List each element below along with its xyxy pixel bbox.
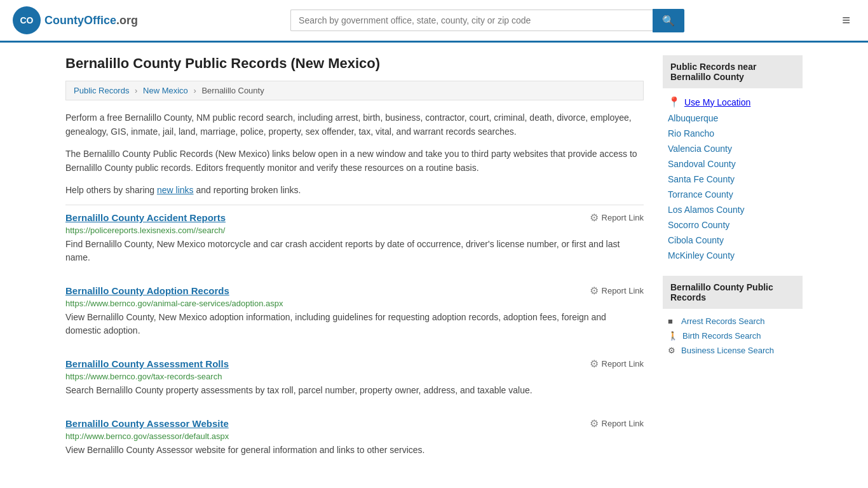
sidebar-record-link-1[interactable]: Birth Records Search xyxy=(682,331,761,341)
logo-suffix: .org xyxy=(116,14,138,27)
record-item: Bernalillo County Adoption Records ⚙ Rep… xyxy=(65,285,644,344)
sidebar-nearby-item: Albuquerque xyxy=(663,111,803,126)
record-header: Bernalillo County Assessor Website ⚙ Rep… xyxy=(65,417,644,430)
menu-button[interactable]: ≡ xyxy=(837,10,855,31)
sidebar-records-title: Bernalillo County Public Records xyxy=(663,276,803,309)
svg-text:CO: CO xyxy=(20,15,34,25)
sidebar-nearby-item: Los Alamos County xyxy=(663,202,803,217)
sidebar-nearby-item: Rio Rancho xyxy=(663,126,803,141)
record-title-1[interactable]: Bernalillo County Adoption Records xyxy=(65,285,229,296)
menu-icon: ≡ xyxy=(842,12,850,28)
content-divider xyxy=(65,205,644,205)
use-my-location[interactable]: 📍 Use My Location xyxy=(663,93,803,111)
location-icon: 📍 xyxy=(668,96,681,108)
record-desc-0: Find Bernalillo County, New Mexico motor… xyxy=(65,238,644,264)
nearby-links-list: AlbuquerqueRio RanchoValencia CountySand… xyxy=(663,111,803,263)
sidebar-nearby-link-1[interactable]: Rio Rancho xyxy=(668,128,714,139)
breadcrumb: Public Records › New Mexico › Bernalillo… xyxy=(65,81,644,100)
logo-icon: CO xyxy=(13,6,41,34)
sidebar-nearby-link-2[interactable]: Valencia County xyxy=(668,144,732,154)
record-desc-1: View Bernalillo County, New Mexico adopt… xyxy=(65,311,644,337)
record-header: Bernalillo County Assessment Rolls ⚙ Rep… xyxy=(65,358,644,370)
record-item: Bernalillo County Assessment Rolls ⚙ Rep… xyxy=(65,358,644,403)
sidebar-record-icon-1: 🚶 xyxy=(668,331,678,341)
breadcrumb-sep-2: › xyxy=(193,86,196,95)
report-link-button-3[interactable]: ⚙ Report Link xyxy=(590,417,644,430)
records-links-list: ■ Arrest Records Search 🚶 Birth Records … xyxy=(663,314,803,358)
sidebar-record-link-2[interactable]: Business License Search xyxy=(681,346,774,355)
sidebar-record-item: ■ Arrest Records Search xyxy=(663,314,803,329)
record-desc-2: Search Bernalillo County property assess… xyxy=(65,384,644,397)
record-title-2[interactable]: Bernalillo County Assessment Rolls xyxy=(65,358,229,369)
description-3: Help others by sharing new links and rep… xyxy=(65,183,644,197)
sidebar-nearby-link-5[interactable]: Torrance County xyxy=(668,189,733,200)
record-url-1[interactable]: https://www.bernco.gov/animal-care-servi… xyxy=(65,299,644,308)
report-label-0: Report Link xyxy=(602,213,644,222)
desc3-prefix: Help others by sharing xyxy=(65,185,157,195)
report-label-1: Report Link xyxy=(602,286,644,295)
sidebar-nearby-item: McKinley County xyxy=(663,248,803,263)
record-url-2[interactable]: https://www.bernco.gov/tax-records-searc… xyxy=(65,372,644,381)
report-icon-0: ⚙ xyxy=(590,212,599,224)
sidebar-record-icon-0: ■ xyxy=(668,316,677,326)
report-icon-2: ⚙ xyxy=(590,358,599,370)
records-container: Bernalillo County Accident Reports ⚙ Rep… xyxy=(65,212,644,463)
sidebar-nearby-item: Sandoval County xyxy=(663,156,803,172)
sidebar-nearby-link-9[interactable]: McKinley County xyxy=(668,250,735,261)
record-desc-3: View Bernalillo County Assessor website … xyxy=(65,444,644,457)
sidebar-record-item: ⚙ Business License Search xyxy=(663,343,803,358)
record-header: Bernalillo County Adoption Records ⚙ Rep… xyxy=(65,285,644,297)
breadcrumb-public-records[interactable]: Public Records xyxy=(74,86,129,95)
sidebar-nearby-link-3[interactable]: Sandoval County xyxy=(668,159,736,169)
logo-text: CountyOffice.org xyxy=(44,14,138,27)
sidebar: Public Records near Bernalillo County 📍 … xyxy=(663,55,803,477)
content-area: Bernalillo County Public Records (New Me… xyxy=(65,55,644,477)
sidebar-nearby-link-7[interactable]: Socorro County xyxy=(668,220,729,230)
sidebar-nearby-item: Socorro County xyxy=(663,217,803,233)
report-label-2: Report Link xyxy=(602,359,644,369)
sidebar-nearby-item: Cibola County xyxy=(663,233,803,248)
sidebar-nearby-link-8[interactable]: Cibola County xyxy=(668,235,724,245)
sidebar-nearby-link-4[interactable]: Santa Fe County xyxy=(668,174,735,184)
report-link-button-0[interactable]: ⚙ Report Link xyxy=(590,212,644,224)
sidebar-record-icon-2: ⚙ xyxy=(668,346,677,355)
description-2: The Bernalillo County Public Records (Ne… xyxy=(65,147,644,175)
logo-area: CO CountyOffice.org xyxy=(13,6,138,34)
use-my-location-link[interactable]: Use My Location xyxy=(684,97,750,107)
sidebar-nearby-title: Public Records near Bernalillo County xyxy=(663,55,803,88)
report-link-button-1[interactable]: ⚙ Report Link xyxy=(590,285,644,297)
new-links-link[interactable]: new links xyxy=(157,185,194,195)
header: CO CountyOffice.org 🔍 ≡ xyxy=(0,0,868,43)
sidebar-nearby-item: Santa Fe County xyxy=(663,172,803,187)
sidebar-record-link-0[interactable]: Arrest Records Search xyxy=(681,316,765,326)
description-1: Perform a free Bernalillo County, NM pub… xyxy=(65,111,644,139)
breadcrumb-sep-1: › xyxy=(135,86,137,95)
record-url-3[interactable]: http://www.bernco.gov/assessor/default.a… xyxy=(65,431,644,441)
record-title-3[interactable]: Bernalillo County Assessor Website xyxy=(65,418,229,429)
sidebar-nearby-link-0[interactable]: Albuquerque xyxy=(668,113,718,123)
sidebar-nearby-link-6[interactable]: Los Alamos County xyxy=(668,205,745,215)
search-area: 🔍 xyxy=(290,9,684,32)
search-button[interactable]: 🔍 xyxy=(653,9,684,32)
report-link-button-2[interactable]: ⚙ Report Link xyxy=(590,358,644,370)
record-url-0[interactable]: https://policereports.lexisnexis.com//se… xyxy=(65,226,644,235)
main-container: Bernalillo County Public Records (New Me… xyxy=(53,43,815,488)
record-header: Bernalillo County Accident Reports ⚙ Rep… xyxy=(65,212,644,224)
search-icon: 🔍 xyxy=(662,15,675,26)
breadcrumb-new-mexico[interactable]: New Mexico xyxy=(143,86,188,95)
desc3-suffix: and reporting broken links. xyxy=(194,185,301,195)
record-item: Bernalillo County Assessor Website ⚙ Rep… xyxy=(65,417,644,463)
logo-name: CountyOffice xyxy=(44,14,116,27)
breadcrumb-current: Bernalillo County xyxy=(201,86,264,95)
report-icon-1: ⚙ xyxy=(590,285,599,297)
sidebar-nearby-item: Torrance County xyxy=(663,187,803,202)
sidebar-record-item: 🚶 Birth Records Search xyxy=(663,329,803,343)
search-input[interactable] xyxy=(290,10,653,31)
report-label-3: Report Link xyxy=(602,419,644,428)
record-title-0[interactable]: Bernalillo County Accident Reports xyxy=(65,212,226,223)
record-item: Bernalillo County Accident Reports ⚙ Rep… xyxy=(65,212,644,271)
page-title: Bernalillo County Public Records (New Me… xyxy=(65,55,644,72)
report-icon-3: ⚙ xyxy=(590,417,599,430)
sidebar-nearby-item: Valencia County xyxy=(663,141,803,156)
